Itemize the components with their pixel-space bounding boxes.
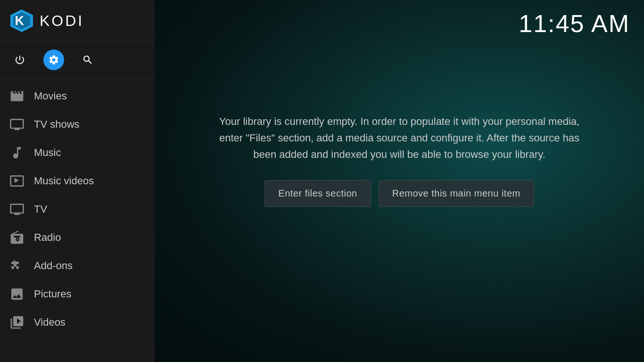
content-area: Your library is currently empty. In orde… — [173, 94, 626, 226]
music-videos-label: Music videos — [34, 175, 94, 187]
sidebar-item-music[interactable]: Music — [0, 139, 155, 167]
tv-shows-label: TV shows — [34, 118, 80, 131]
picture-icon — [9, 287, 25, 302]
sidebar-item-tv[interactable]: TV — [0, 195, 155, 223]
sidebar-item-videos[interactable]: Videos — [0, 308, 155, 337]
sidebar-item-addons[interactable]: Add-ons — [0, 252, 155, 280]
settings-button[interactable] — [43, 49, 64, 70]
power-button[interactable] — [9, 49, 30, 70]
videos-label: Videos — [34, 316, 66, 329]
sidebar-item-tv-shows[interactable]: TV shows — [0, 110, 155, 139]
movie-icon — [9, 89, 25, 104]
music-icon — [9, 145, 25, 160]
app-title: KODI — [40, 12, 84, 30]
sidebar-item-movies[interactable]: Movies — [0, 82, 155, 110]
pictures-label: Pictures — [34, 288, 71, 300]
svg-text:K: K — [15, 14, 24, 28]
sidebar-item-radio[interactable]: Radio — [0, 223, 155, 252]
video-icon — [9, 315, 25, 330]
library-empty-message: Your library is currently empty. In orde… — [211, 113, 588, 163]
search-button[interactable] — [77, 49, 98, 70]
sidebar-controls — [0, 42, 155, 78]
action-buttons: Enter files section Remove this main men… — [264, 180, 534, 207]
tv-label: TV — [34, 203, 47, 215]
kodi-logo: K — [9, 8, 34, 33]
addon-icon — [9, 258, 25, 273]
tv-icon — [9, 202, 25, 217]
sidebar: K KODI Movies — [0, 0, 155, 362]
tv-shows-icon — [9, 117, 25, 132]
gear-icon — [48, 54, 59, 66]
clock-display: 11:45 AM — [519, 9, 630, 38]
radio-label: Radio — [34, 231, 61, 244]
addons-label: Add-ons — [34, 260, 73, 272]
power-icon — [14, 54, 25, 66]
remove-menu-item-button[interactable]: Remove this main menu item — [379, 180, 534, 207]
main-content: 11:45 AM Your library is currently empty… — [155, 0, 644, 362]
radio-icon — [9, 230, 25, 245]
music-label: Music — [34, 147, 61, 159]
enter-files-button[interactable]: Enter files section — [264, 180, 371, 207]
music-video-icon — [9, 173, 25, 189]
sidebar-item-pictures[interactable]: Pictures — [0, 280, 155, 308]
sidebar-header: K KODI — [0, 0, 155, 42]
nav-menu: Movies TV shows Music Music videos — [0, 78, 155, 362]
search-icon — [82, 54, 93, 66]
sidebar-item-music-videos[interactable]: Music videos — [0, 167, 155, 195]
movies-label: Movies — [34, 90, 67, 102]
